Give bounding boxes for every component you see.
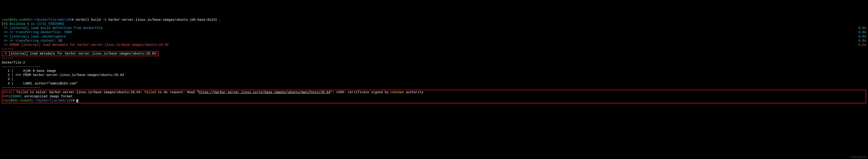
prompt-host: k8s-node03 [11, 18, 31, 22]
prompt-path: ~/dockerfile/web/jdk [33, 18, 71, 22]
dashes: -------------------- [2, 65, 41, 69]
error-url: https://harbor-server.linux.io/v2/base-i… [199, 90, 331, 94]
separator: ------ [2, 56, 13, 60]
prompt-user: root [2, 18, 10, 22]
prompt-symbol: # [71, 18, 73, 22]
build-status: [+] [2, 22, 8, 26]
at-sign: @ [10, 18, 11, 22]
build-step: => [internal] load .dockerignore0.0s [2, 35, 66, 38]
fata-text: unrecognized image format [22, 94, 72, 98]
dockerfile-line: 3 | [2, 77, 13, 81]
fata-label: FATA [3, 94, 10, 98]
build-step-error: => ERROR [internal] load metadata for ha… [2, 43, 169, 47]
dockerfile-label: Dockerfile:2 [2, 61, 25, 65]
build-building: Building 0.1s (3/3) FINISHED [10, 22, 64, 26]
dashes: -------------------- [2, 86, 41, 89]
error-block: error: failed to solve: harbor-server.li… [2, 90, 866, 103]
build-step: => => transferring context: 2B0.0s [2, 39, 62, 43]
terminal-output[interactable]: root@k8s-node03:~/dockerfile/web/jdk# ne… [2, 18, 866, 103]
prompt-host: k8s-node03 [12, 99, 32, 103]
error-unknown: unknown [391, 90, 404, 94]
build-step: => [internal] load build definition from… [2, 26, 103, 30]
metadata-line: > [internal] load metadata for harbor-se… [2, 51, 159, 56]
prompt-symbol: # [72, 99, 74, 103]
error-label: error [3, 90, 12, 94]
fata-code: [0000] [10, 94, 22, 98]
dockerfile-line: 2 | >>> FROM harbor-server.linux.io/base… [2, 73, 124, 77]
build-step: => => transferring dockerfile: 786B0.0s [2, 30, 71, 34]
prompt-path: ~/dockerfile/web/jdk [34, 99, 72, 103]
error-failed: failed [17, 90, 28, 94]
dockerfile-line: 4 | LABEL author="admin@163.com" [2, 82, 78, 85]
prompt-user: root [3, 99, 10, 103]
separator: ------ [2, 47, 13, 51]
dockerfile-line: 1 | #jdk 8 base image [2, 69, 56, 73]
cursor[interactable] [76, 99, 78, 103]
error-failed: failed [144, 90, 156, 94]
command-text: nerdctl build -t harbor-server.linux.io/… [75, 18, 221, 22]
